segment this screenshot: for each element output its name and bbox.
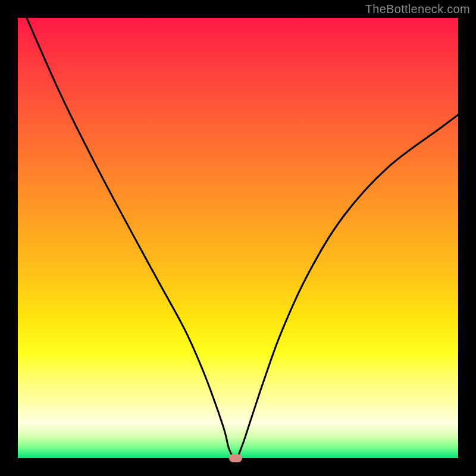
plot-area [18, 18, 458, 458]
bottleneck-curve [18, 18, 458, 458]
chart-frame: TheBottleneck.com [0, 0, 476, 476]
watermark-text: TheBottleneck.com [365, 2, 470, 16]
minimum-marker [229, 454, 242, 462]
